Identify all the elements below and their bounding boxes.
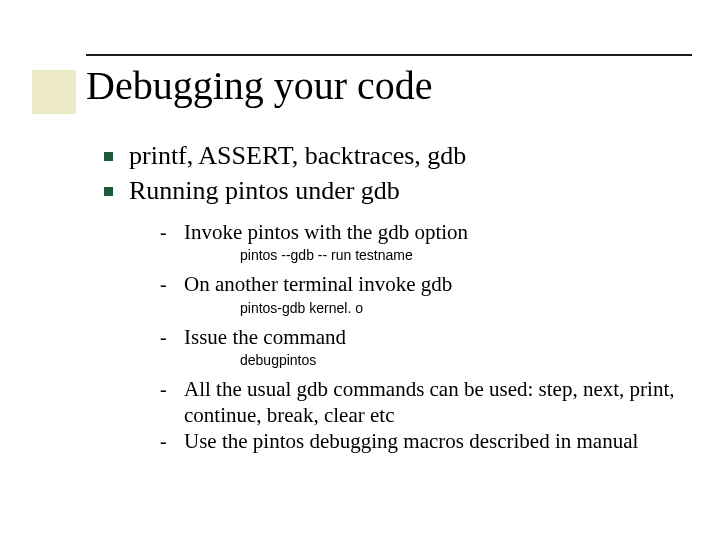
sub-item: - Use the pintos debugging macros descri… [160,428,684,454]
code-line: pintos --gdb -- run testname [240,247,684,263]
dash-bullet-icon: - [160,271,174,297]
bullet-item: Running pintos under gdb [104,175,684,208]
bullet-item: printf, ASSERT, backtraces, gdb [104,140,684,173]
dash-bullet-icon: - [160,324,174,350]
sub-text: Invoke pintos with the gdb option [184,219,468,245]
bullet-text: Running pintos under gdb [129,175,400,208]
sub-item: - Issue the command [160,324,684,350]
accent-block [32,70,76,114]
sub-text: All the usual gdb commands can be used: … [184,376,684,429]
bullet-text: printf, ASSERT, backtraces, gdb [129,140,466,173]
sub-text: Issue the command [184,324,346,350]
sub-text: On another terminal invoke gdb [184,271,452,297]
title-rule [86,54,692,56]
dash-bullet-icon: - [160,428,174,454]
sub-text: Use the pintos debugging macros describe… [184,428,638,454]
dash-bullet-icon: - [160,219,174,245]
square-bullet-icon [104,187,113,196]
sub-item: - Invoke pintos with the gdb option [160,219,684,245]
sub-list: - Invoke pintos with the gdb option pint… [160,219,684,455]
dash-bullet-icon: - [160,376,174,402]
slide-title: Debugging your code [86,62,433,109]
square-bullet-icon [104,152,113,161]
code-line: debugpintos [240,352,684,368]
code-line: pintos-gdb kernel. o [240,300,684,316]
sub-item: - All the usual gdb commands can be used… [160,376,684,429]
sub-item: - On another terminal invoke gdb [160,271,684,297]
content-area: printf, ASSERT, backtraces, gdb Running … [104,140,684,455]
